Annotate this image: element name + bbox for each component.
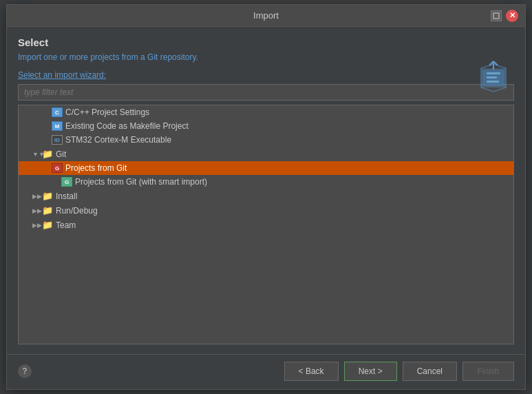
- tree-item-git-group[interactable]: ▼📁Git: [19, 147, 513, 161]
- filter-label-end: :: [104, 70, 106, 80]
- tree-arrow-git-group[interactable]: ▼: [32, 151, 42, 158]
- wizard-icon: [476, 59, 511, 94]
- tree-arrow-team-group[interactable]: ▶: [32, 222, 42, 229]
- import-dialog: Import ✕ Select: [6, 4, 526, 390]
- filter-label-link[interactable]: import wizard: [54, 70, 103, 80]
- tree-container[interactable]: CC/C++ Project SettingsMExisting Code as…: [18, 105, 514, 344]
- dialog-body: Select Import one or more projects from …: [7, 27, 525, 351]
- title-bar: Import ✕: [7, 5, 525, 27]
- wizard-icon-area: [476, 59, 511, 96]
- tree-item-projects-from-git-smart[interactable]: GProjects from Git (with smart import): [19, 175, 513, 189]
- tree-item-cpp-project-settings[interactable]: CC/C++ Project Settings: [19, 105, 513, 119]
- tree-label-stm32-cortex: STM32 Cortex-M Executable: [65, 135, 171, 145]
- back-button[interactable]: < Back: [284, 362, 339, 381]
- finish-button[interactable]: Finish: [462, 362, 514, 381]
- filter-label: Select an import wizard:: [18, 70, 514, 80]
- svg-rect-7: [487, 72, 500, 74]
- maximize-button[interactable]: [491, 10, 502, 21]
- tree-arrow-install-group[interactable]: ▶: [32, 193, 42, 200]
- tree-item-existing-code-makefile[interactable]: MExisting Code as Makefile Project: [19, 119, 513, 133]
- svg-rect-9: [487, 81, 499, 83]
- dialog-title: Import: [41, 10, 491, 21]
- select-subtitle: Import one or more projects from a Git r…: [18, 52, 514, 62]
- bottom-bar: ? < Back Next > Cancel Finish: [7, 354, 525, 389]
- tree-item-projects-from-git[interactable]: GProjects from Git: [19, 161, 513, 175]
- select-heading: Select: [18, 37, 514, 48]
- tree-label-team-group: Team: [56, 220, 76, 230]
- filter-input[interactable]: [18, 84, 514, 101]
- tree-label-cpp-project-settings: C/C++ Project Settings: [65, 107, 149, 117]
- cancel-button[interactable]: Cancel: [403, 362, 457, 381]
- button-group: < Back Next > Cancel Finish: [284, 362, 514, 381]
- tree-arrow-rundebug-group[interactable]: ▶: [32, 207, 42, 214]
- svg-rect-8: [487, 76, 497, 79]
- svg-rect-0: [493, 13, 499, 19]
- tree-label-install-group: Install: [56, 191, 77, 201]
- tree-label-projects-from-git-smart: Projects from Git (with smart import): [75, 177, 207, 187]
- next-button[interactable]: Next >: [344, 362, 397, 381]
- tree-label-rundebug-group: Run/Debug: [56, 206, 98, 216]
- close-button[interactable]: ✕: [506, 10, 518, 22]
- help-button[interactable]: ?: [18, 364, 32, 378]
- filter-label-prefix: Select an: [18, 70, 54, 80]
- tree-item-install-group[interactable]: ▶📁Install: [19, 189, 513, 203]
- tree-item-stm32-cortex[interactable]: IDSTM32 Cortex-M Executable: [19, 133, 513, 147]
- tree-label-existing-code-makefile: Existing Code as Makefile Project: [65, 121, 189, 131]
- tree-item-team-group[interactable]: ▶📁Team: [19, 218, 513, 232]
- tree-item-rundebug-group[interactable]: ▶📁Run/Debug: [19, 203, 513, 218]
- tree-label-projects-from-git: Projects from Git: [65, 163, 127, 173]
- tree-label-git-group: Git: [56, 149, 66, 159]
- title-buttons: ✕: [491, 10, 518, 22]
